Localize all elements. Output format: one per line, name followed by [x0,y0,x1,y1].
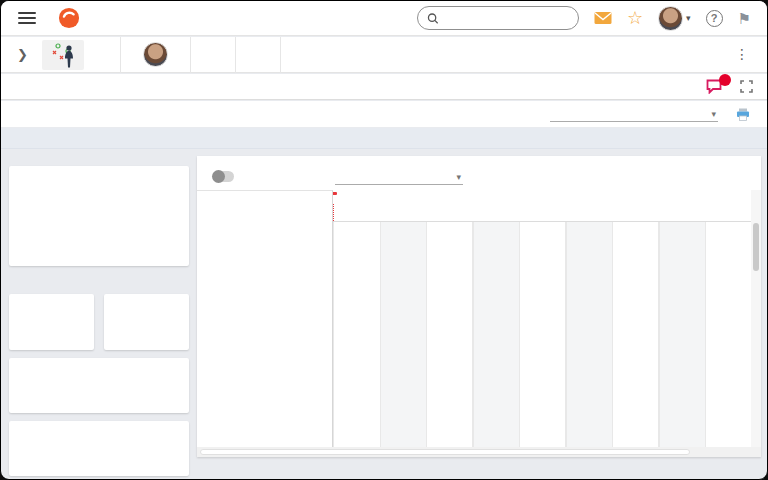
search-input[interactable] [439,11,569,25]
vertical-scrollbar[interactable] [751,190,761,447]
search-icon [427,12,439,25]
portfolio-header: ❯ ⋮ [1,37,768,73]
flag-icon[interactable]: ⚑ [738,11,751,26]
roadmap-chart-body [333,222,751,447]
detailed-roadmap-toggle[interactable] [213,171,234,182]
overlapped-tasks-label [497,167,565,181]
mail-icon[interactable] [594,11,612,25]
expand-chevron-icon[interactable]: ❯ [17,47,28,62]
timeline-years [333,190,751,206]
detailed-roadmap-control [206,171,234,182]
state-card[interactable] [9,294,94,350]
toolbar-row: ▾ [1,101,768,127]
chevron-down-icon: ▾ [711,109,716,119]
horizontal-scrollbar-thumb[interactable] [200,449,690,455]
roadmap-panel: ▾ [197,156,761,457]
printer-icon [736,108,750,121]
help-icon[interactable]: ? [706,10,723,27]
chat-badge [719,74,731,86]
vertical-scrollbar-thumb[interactable] [753,223,759,271]
roadmap-name-column [197,190,333,447]
compare-with-select[interactable]: ▾ [335,172,463,185]
user-avatar [658,6,683,31]
portfolio-status-card[interactable] [9,166,189,266]
fullscreen-icon[interactable] [740,80,753,93]
comments-button[interactable] [706,79,724,94]
chevron-down-icon: ▾ [686,13,691,23]
top-bar: ☆ ▾ ? ⚑ [1,1,768,36]
user-menu[interactable]: ▾ [658,6,691,31]
top-right-actions: ☆ ▾ ? ⚑ [417,6,768,31]
key-indicators-band [1,128,768,149]
print-button[interactable] [736,108,755,121]
portfolio-thumbnail [42,40,84,70]
more-options-icon[interactable]: ⋮ [735,52,749,57]
roadmap-header: ▾ [197,156,761,190]
roadmap-chart [333,190,751,447]
today-badge [333,192,337,195]
owner-avatar [143,42,168,67]
global-search[interactable] [417,6,579,30]
tab-bar-icons [706,74,768,99]
owner-segment[interactable] [121,37,190,72]
budget-overrun-card[interactable] [9,358,189,413]
version-badge[interactable] [236,37,280,72]
app-window: ☆ ▾ ? ⚑ ❯ ⋮ [0,0,768,480]
horizontal-scrollbar[interactable] [197,447,761,457]
state-indicator [42,309,62,329]
chevron-down-icon: ▾ [456,172,461,182]
template-controls: ▾ [542,107,768,122]
compare-with-control: ▾ [329,172,463,185]
timeline-months [333,206,751,222]
menu-icon[interactable] [18,12,36,24]
date-range[interactable] [191,37,235,72]
app-logo-icon[interactable] [58,7,80,29]
tab-bar [1,74,768,100]
trend-card[interactable] [104,294,189,350]
trend-arrow-icon [135,308,158,329]
favorites-star-icon[interactable]: ☆ [627,9,643,27]
resource-overload-card[interactable] [9,421,189,476]
divider [280,37,281,73]
template-select[interactable]: ▾ [550,107,718,122]
